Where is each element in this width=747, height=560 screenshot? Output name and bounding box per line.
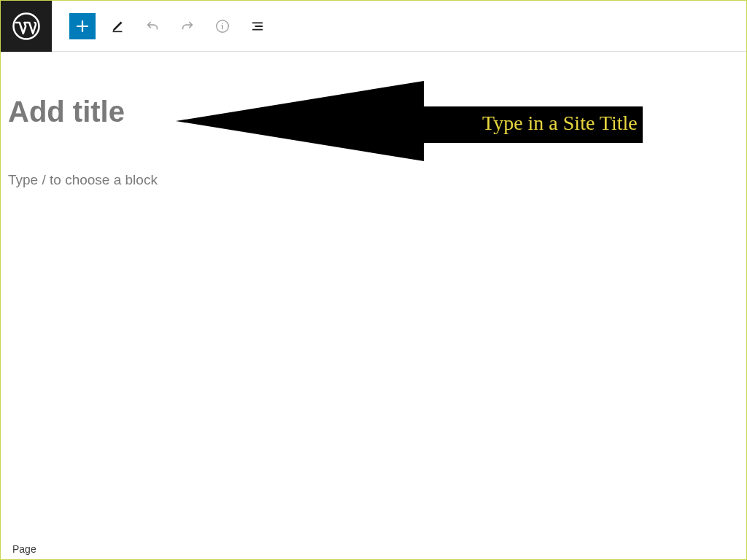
outline-button[interactable] [244, 13, 271, 39]
redo-button [174, 13, 201, 39]
wordpress-logo[interactable] [1, 1, 52, 52]
pencil-icon [109, 18, 125, 34]
add-block-button[interactable] [69, 13, 96, 39]
post-title-input[interactable] [8, 96, 183, 128]
undo-button [139, 13, 166, 39]
outline-icon [249, 18, 266, 34]
editor-footer: Page [1, 540, 48, 559]
edit-tool-button[interactable] [104, 13, 131, 39]
breadcrumb[interactable]: Page [12, 543, 36, 555]
undo-icon [144, 18, 160, 34]
plus-icon [74, 18, 91, 35]
wordpress-icon [12, 12, 41, 41]
editor-canvas: Type / to choose a block [1, 52, 746, 195]
block-placeholder[interactable]: Type / to choose a block [8, 172, 739, 188]
info-button[interactable] [209, 13, 236, 39]
editor-toolbar [1, 1, 746, 52]
info-icon [214, 18, 231, 34]
redo-icon [179, 18, 196, 34]
toolbar-buttons [52, 13, 271, 39]
